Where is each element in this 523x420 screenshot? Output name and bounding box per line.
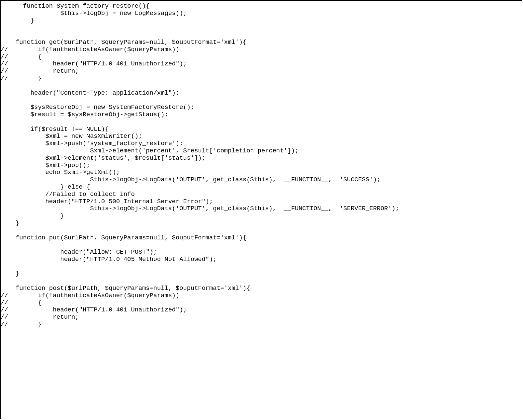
source-code: function System_factory_restore(){ $this… xyxy=(1,1,522,328)
code-frame: function System_factory_restore(){ $this… xyxy=(0,0,522,419)
